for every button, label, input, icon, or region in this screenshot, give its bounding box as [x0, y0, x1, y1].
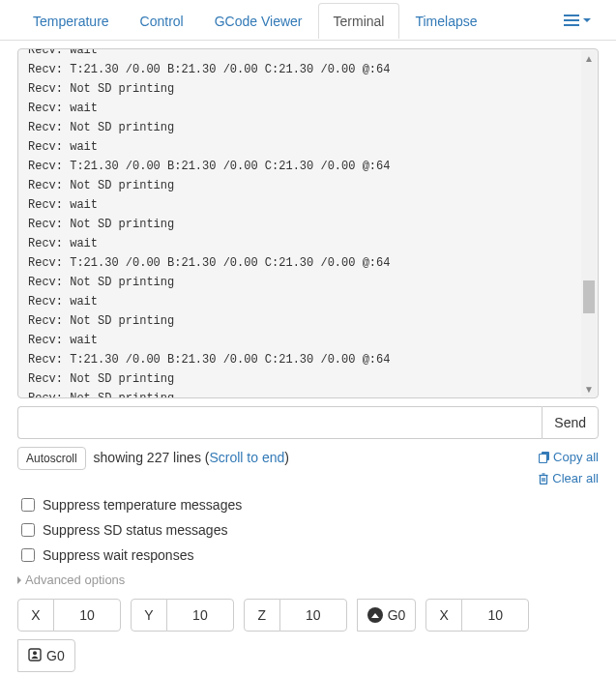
tab-gcode-viewer[interactable]: GCode Viewer: [199, 3, 318, 39]
axis-x-button[interactable]: X: [17, 599, 54, 632]
status-text-prefix: showing: [94, 450, 147, 465]
advanced-options-label: Advanced options: [25, 573, 125, 587]
scroll-thumb[interactable]: [583, 280, 595, 313]
clear-all-label: Clear all: [552, 471, 599, 485]
svg-point-6: [33, 651, 37, 655]
tab-terminal[interactable]: Terminal: [318, 3, 400, 39]
tab-bar: Temperature Control GCode Viewer Termina…: [0, 0, 616, 41]
user-icon: [28, 648, 42, 664]
filter-sd-label: Suppress SD status messages: [43, 522, 227, 538]
axis-z-value[interactable]: 10: [279, 599, 347, 632]
tab-temperature[interactable]: Temperature: [17, 3, 125, 39]
filter-temp[interactable]: Suppress temperature messages: [17, 495, 599, 514]
status-text-suffix: ): [284, 450, 289, 465]
scroll-up-icon[interactable]: ▲: [581, 50, 597, 66]
axis-x2-button[interactable]: X: [425, 599, 462, 632]
filter-temp-label: Suppress temperature messages: [43, 497, 242, 513]
svg-rect-1: [564, 19, 579, 21]
filter-wait-label: Suppress wait responses: [43, 547, 193, 563]
axis-y-value[interactable]: 10: [166, 599, 234, 632]
jog-controls: X 10 Y 10 Z 10 G0 X 10: [17, 599, 599, 676]
svg-rect-2: [564, 24, 579, 26]
svg-rect-0: [564, 15, 579, 16]
copy-all-link[interactable]: Copy all: [538, 447, 599, 468]
scroll-down-icon[interactable]: ▼: [581, 381, 597, 397]
g0-label-b: G0: [46, 648, 65, 663]
axis-x-value[interactable]: 10: [53, 599, 121, 632]
send-button[interactable]: Send: [542, 406, 599, 439]
scrollbar[interactable]: ▲ ▼: [581, 50, 597, 397]
axis-z-button[interactable]: Z: [244, 599, 280, 632]
g0-button-b[interactable]: G0: [17, 639, 75, 672]
filter-wait-checkbox[interactable]: [21, 548, 35, 562]
menu-toggle[interactable]: [556, 9, 599, 32]
filter-temp-checkbox[interactable]: [21, 498, 35, 512]
clear-all-link[interactable]: Clear all: [538, 468, 599, 489]
caret-right-icon: [17, 576, 21, 584]
status-line-count: 227: [147, 450, 169, 465]
terminal-output: Recv: wait Recv: T:21.30 /0.00 B:21.30 /…: [17, 48, 599, 398]
up-circle-icon: [367, 607, 383, 623]
copy-icon: [539, 452, 550, 463]
tab-timelapse[interactable]: Timelapse: [399, 3, 492, 39]
terminal-lines: Recv: wait Recv: T:21.30 /0.00 B:21.30 /…: [18, 48, 598, 398]
scroll-to-end-link[interactable]: Scroll to end: [209, 450, 284, 465]
status-text-mid: lines (: [169, 450, 209, 465]
svg-rect-4: [540, 455, 547, 463]
command-input[interactable]: [17, 406, 542, 439]
trash-icon: [538, 473, 549, 485]
filter-sd[interactable]: Suppress SD status messages: [17, 520, 599, 540]
filter-wait[interactable]: Suppress wait responses: [17, 545, 599, 565]
g0-button-a[interactable]: G0: [357, 599, 417, 632]
filter-sd-checkbox[interactable]: [21, 523, 35, 537]
copy-all-label: Copy all: [553, 450, 599, 464]
hamburger-icon: [564, 15, 579, 26]
caret-down-icon: [583, 18, 591, 22]
axis-x2-value[interactable]: 10: [461, 599, 529, 632]
advanced-options-toggle[interactable]: Advanced options: [17, 573, 599, 587]
axis-y-button[interactable]: Y: [131, 599, 167, 632]
tab-control[interactable]: Control: [125, 3, 199, 39]
g0-label-a: G0: [388, 607, 406, 623]
autoscroll-button[interactable]: Autoscroll: [17, 447, 86, 470]
